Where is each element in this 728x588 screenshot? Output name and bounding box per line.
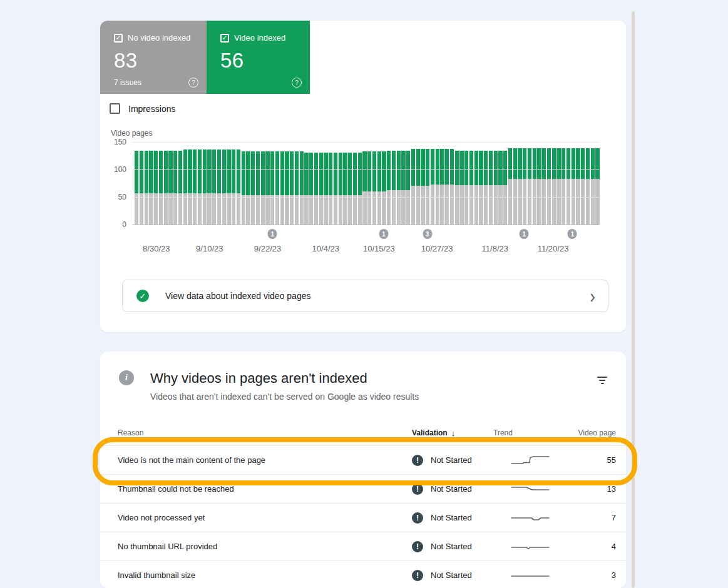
trend-sparkline	[493, 454, 567, 467]
vertical-scrollbar[interactable]	[632, 11, 635, 588]
column-header-reason[interactable]: Reason	[118, 428, 412, 437]
filter-list-icon[interactable]	[595, 373, 610, 388]
indexed-segment	[154, 151, 158, 193]
validation-header-label: Validation	[412, 428, 448, 437]
issue-reason: Invalid thumbnail size	[118, 570, 412, 580]
issue-row[interactable]: Video not processed yet!Not Started7	[100, 503, 626, 532]
exclamation-icon: !	[412, 512, 423, 524]
issues-table: Reason Validation ↓ Trend Video page Vid…	[100, 420, 626, 588]
not-indexed-segment	[265, 195, 269, 225]
tile-issues-count: 7 issues	[114, 78, 141, 87]
annotation-marker[interactable]: 1	[568, 229, 577, 239]
not-indexed-segment	[552, 179, 556, 225]
day-bar	[416, 142, 420, 225]
day-bar	[421, 142, 424, 225]
indexed-segment	[212, 150, 216, 193]
day-bar	[382, 142, 386, 225]
chart-bars	[135, 142, 599, 225]
day-bar	[362, 142, 366, 225]
annotation-marker[interactable]: 1	[268, 229, 277, 239]
x-tick-label: 11/8/23	[482, 244, 508, 253]
not-indexed-segment	[285, 195, 289, 225]
chart-plot-area: 150100500113118/30/239/10/239/22/2310/4/…	[135, 142, 599, 225]
column-header-validation[interactable]: Validation ↓	[412, 428, 493, 438]
day-bar	[314, 142, 318, 225]
indexed-segment	[464, 151, 468, 185]
impressions-toggle[interactable]: Impressions	[110, 103, 175, 114]
gridline-50: 50	[132, 197, 599, 198]
trend-sparkline	[493, 512, 567, 524]
help-icon[interactable]: ?	[188, 78, 198, 88]
day-bar	[280, 142, 284, 225]
day-bar	[455, 142, 459, 225]
indexed-segment	[489, 151, 493, 185]
not-indexed-segment	[561, 179, 565, 225]
day-bar	[556, 142, 560, 225]
x-tick-label: 10/27/23	[421, 244, 453, 253]
indexed-segment	[387, 151, 391, 190]
day-bar	[542, 142, 546, 225]
indexed-segment	[329, 153, 332, 196]
day-bar	[513, 142, 517, 225]
not-indexed-segment	[459, 185, 463, 225]
checkbox-checked-icon[interactable]: ✓	[114, 34, 123, 43]
y-tick-label: 150	[114, 138, 126, 146]
not-indexed-segment	[518, 179, 521, 225]
tile-video-indexed[interactable]: ✓ Video indexed 56 ?	[207, 21, 310, 94]
not-indexed-segment	[217, 193, 221, 225]
day-bar	[319, 142, 323, 225]
indexed-segment	[542, 148, 546, 179]
not-indexed-segment	[339, 195, 342, 225]
table-header-row: Reason Validation ↓ Trend Video page	[100, 420, 626, 445]
day-bar	[401, 142, 405, 225]
not-indexed-segment	[222, 193, 226, 225]
indexed-segment	[319, 153, 323, 196]
issue-row[interactable]: Invalid thumbnail size!Not Started3	[100, 560, 626, 588]
issue-row[interactable]: Video is not the main content of the pag…	[100, 445, 626, 474]
tile-label: Video indexed	[234, 33, 285, 43]
tile-label: No video indexed	[128, 33, 190, 43]
exclamation-icon: !	[412, 570, 423, 581]
video-page-count: 3	[567, 570, 618, 580]
column-header-trend[interactable]: Trend	[493, 428, 567, 437]
indexed-segment	[145, 151, 148, 193]
indexed-segment	[164, 151, 168, 193]
annotation-marker[interactable]: 3	[423, 229, 432, 239]
x-tick-label: 8/30/23	[143, 244, 170, 253]
view-indexed-data-link[interactable]: ✓ View data about indexed video pages ›	[122, 280, 608, 312]
not-indexed-segment	[479, 185, 483, 225]
day-bar	[411, 142, 415, 225]
checkbox-checked-icon[interactable]: ✓	[220, 34, 229, 43]
day-bar	[222, 142, 226, 225]
indexed-segment	[140, 151, 143, 193]
chevron-right-icon[interactable]: ›	[590, 286, 595, 305]
annotation-marker[interactable]: 1	[520, 229, 529, 239]
day-bar	[459, 142, 463, 225]
day-bar	[324, 142, 327, 225]
validation-status: Not Started	[431, 513, 472, 522]
x-tick-label: 9/10/23	[196, 244, 223, 253]
indexed-segment	[324, 153, 327, 196]
issue-row[interactable]: No thumbnail URL provided!Not Started4	[100, 532, 626, 560]
validation-status: Not Started	[431, 570, 472, 580]
issue-row[interactable]: Thumbnail could not be reached!Not Start…	[100, 474, 626, 503]
not-indexed-segment	[275, 195, 279, 225]
x-tick-label: 10/15/23	[363, 244, 395, 253]
not-indexed-segment	[256, 195, 260, 225]
checkbox-unchecked-icon[interactable]	[110, 103, 120, 114]
day-bar	[304, 142, 308, 225]
annotation-marker[interactable]: 1	[379, 229, 389, 239]
trend-sparkline	[493, 569, 567, 582]
indexed-segment	[372, 151, 376, 191]
indexed-segment	[561, 148, 565, 179]
help-icon[interactable]: ?	[292, 78, 302, 88]
day-bar	[300, 142, 304, 225]
tile-no-video-indexed[interactable]: ✓ No video indexed 83 7 issues ?	[100, 21, 207, 94]
column-header-video-page[interactable]: Video page	[567, 428, 618, 437]
day-bar	[154, 142, 158, 225]
indexed-segment	[280, 151, 284, 195]
not-indexed-segment	[528, 179, 531, 225]
video-page-count: 7	[567, 513, 618, 522]
day-bar	[552, 142, 556, 225]
not-indexed-segment	[450, 185, 454, 225]
